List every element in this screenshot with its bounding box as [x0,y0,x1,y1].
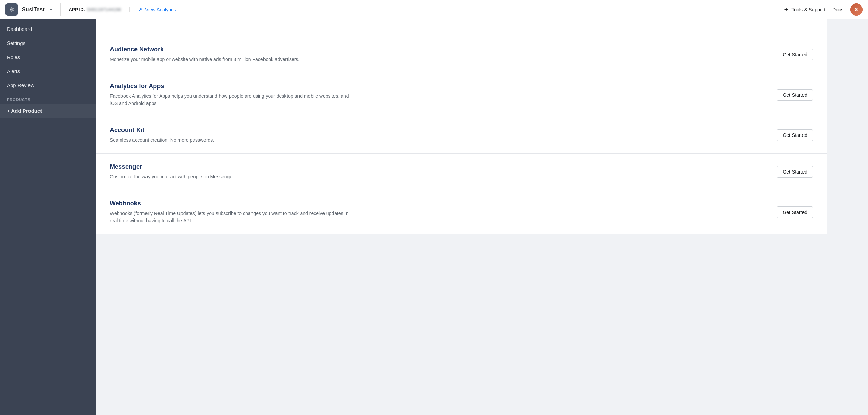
header-right: ✦ Tools & Support Docs S [784,3,863,16]
get-started-button-audience[interactable]: Get Started [777,49,813,60]
product-desc: Seamless account creation. No more passw… [110,137,350,144]
product-info: Account Kit Seamless account creation. N… [110,127,770,144]
product-info: Analytics for Apps Facebook Analytics fo… [110,83,770,107]
get-started-button-messenger[interactable]: Get Started [777,166,813,178]
partial-top-card: ... [96,19,827,36]
sidebar-item-settings[interactable]: Settings [0,36,96,50]
main-content: ... Audience Network Monetize your mobil… [96,19,827,415]
product-info: Audience Network Monetize your mobile ap… [110,46,770,63]
sidebar: Dashboard Settings Roles Alerts App Revi… [0,19,96,415]
product-card-messenger: Messenger Customize the way you interact… [96,154,827,190]
app-id-label: APP ID: [69,7,85,12]
tools-support-button[interactable]: ✦ Tools & Support [784,6,825,13]
products-section-label: PRODUCTS [0,92,96,104]
product-title: Audience Network [110,46,770,53]
get-started-button-webhooks[interactable]: Get Started [777,206,813,218]
product-desc: Facebook Analytics for Apps helps you un… [110,93,350,107]
product-title: Analytics for Apps [110,83,770,90]
sidebar-item-dashboard[interactable]: Dashboard [0,22,96,36]
app-icon: ⚛ [5,3,18,16]
product-title: Webhooks [110,200,770,207]
docs-link[interactable]: Docs [832,7,843,12]
product-card-account-kit: Account Kit Seamless account creation. N… [96,117,827,154]
get-started-button-account-kit[interactable]: Get Started [777,129,813,141]
product-desc: Customize the way you interact with peop… [110,173,350,180]
avatar-initials: S [850,3,863,16]
product-title: Messenger [110,163,770,170]
product-card-audience-network: Audience Network Monetize your mobile ap… [96,36,827,73]
get-started-button-analytics[interactable]: Get Started [777,89,813,101]
partial-top-text: ... [459,23,464,28]
app-id-section: APP ID: 3481197144198 [61,7,130,12]
sidebar-item-roles[interactable]: Roles [0,50,96,64]
sidebar-item-alerts[interactable]: Alerts [0,64,96,78]
product-info: Webhooks Webhooks (formerly Real Time Up… [110,200,770,224]
tools-icon: ✦ [784,6,789,13]
right-panel [827,19,868,415]
main-layout: Dashboard Settings Roles Alerts App Revi… [0,19,868,415]
product-list: Audience Network Monetize your mobile ap… [96,36,827,234]
product-card-analytics: Analytics for Apps Facebook Analytics fo… [96,73,827,117]
tools-support-label: Tools & Support [791,7,825,12]
view-analytics-label: View Analytics [145,7,176,12]
app-name: SusiTest [22,7,45,13]
product-card-webhooks: Webhooks Webhooks (formerly Real Time Up… [96,190,827,234]
chevron-down-icon[interactable]: ▾ [50,7,52,12]
product-info: Messenger Customize the way you interact… [110,163,770,180]
product-desc: Monetize your mobile app or website with… [110,56,350,63]
app-id-value: 3481197144198 [87,7,121,12]
view-analytics-link[interactable]: ↗ View Analytics [130,7,184,13]
avatar[interactable]: S [850,3,863,16]
sidebar-item-app-review[interactable]: App Review [0,78,96,92]
header: ⚛ SusiTest ▾ APP ID: 3481197144198 ↗ Vie… [0,0,868,19]
analytics-icon: ↗ [138,7,142,13]
app-info: ⚛ SusiTest ▾ [5,3,61,16]
product-desc: Webhooks (formerly Real Time Updates) le… [110,210,350,224]
product-title: Account Kit [110,127,770,134]
add-product-button[interactable]: + Add Product [0,104,96,118]
